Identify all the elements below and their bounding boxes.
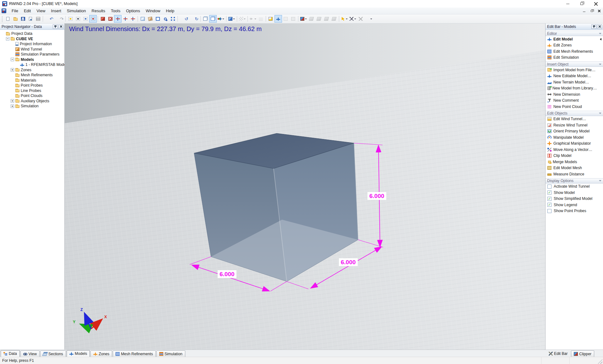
view-cube-button[interactable]	[202, 15, 209, 23]
viewport-3d[interactable]: Wind Tunnel Dimensions: Dx = 227.37 m, D…	[65, 24, 545, 350]
tree-expander[interactable]	[1, 32, 5, 35]
editbar-item[interactable]: Merge Models	[546, 159, 603, 165]
tree-expander[interactable]	[11, 53, 14, 56]
snap-lines-button[interactable]	[74, 15, 82, 23]
rotate-model-y-button[interactable]	[122, 15, 129, 23]
rotate-view-ccw-button[interactable]: ↺	[179, 15, 189, 23]
save-button[interactable]	[19, 15, 27, 23]
editbar-item[interactable]: Clip Model	[546, 153, 603, 159]
pin-panel-button[interactable]	[591, 24, 596, 29]
cut-section-button[interactable]	[357, 15, 365, 23]
rotate-model-z-button[interactable]	[129, 15, 137, 23]
menu-item[interactable]: Simulation	[64, 8, 89, 14]
pin-panel-button[interactable]	[53, 24, 58, 29]
tab-mesh-refinements[interactable]: Mesh Refinements	[113, 351, 156, 357]
tab-data[interactable]: Data	[1, 350, 20, 357]
tree-item[interactable]: − CUBE VE	[1, 36, 64, 42]
redo-button[interactable]: ↷	[54, 15, 65, 23]
display-option[interactable]: Show Simplified Model	[546, 196, 603, 202]
tree-expander[interactable]: −	[6, 37, 9, 40]
snap-ortho-button[interactable]	[89, 15, 97, 23]
menu-item[interactable]: Edit	[21, 8, 34, 14]
previous-view-button[interactable]	[154, 15, 161, 23]
editbar-item[interactable]: New Comment	[546, 98, 603, 104]
clip-plane-z-button[interactable]	[323, 15, 330, 23]
tree-item[interactable]: + Simulation	[1, 104, 64, 109]
tab-simulation[interactable]: Simulation	[156, 351, 185, 357]
toolbar-overflow-button[interactable]	[365, 15, 373, 23]
menu-item[interactable]: File	[9, 8, 21, 14]
tab-sections[interactable]: Sections	[40, 351, 66, 357]
tree-expander[interactable]	[11, 42, 14, 46]
menu-item[interactable]: View	[34, 8, 48, 14]
snap-points-button[interactable]	[67, 15, 74, 23]
close-panel-button[interactable]	[58, 24, 63, 29]
editbar-item[interactable]: Measure Distance	[546, 171, 603, 177]
editbar-item[interactable]: Move Along a Vector…	[546, 147, 603, 153]
cube-model[interactable]	[194, 133, 358, 281]
tree-item[interactable]: Project Data	[1, 31, 64, 36]
mdi-close-button[interactable]	[595, 8, 603, 14]
tree-item[interactable]: Point Probes	[1, 83, 64, 88]
edit-pointer-button[interactable]	[340, 15, 349, 23]
checkbox[interactable]	[547, 209, 551, 213]
section-display-options[interactable]: Display Options	[546, 178, 603, 184]
show-model-button[interactable]	[274, 15, 282, 23]
select-model-button[interactable]	[99, 15, 106, 23]
tree-item[interactable]: + Auxiliary Objects	[1, 99, 64, 104]
tree-expander[interactable]: +	[11, 99, 14, 103]
checkbox[interactable]	[547, 197, 551, 201]
close-button[interactable]	[589, 0, 603, 8]
display-option[interactable]: Show Model	[546, 190, 603, 196]
show-mesh-button[interactable]	[290, 15, 297, 23]
streamlines-button[interactable]	[257, 15, 265, 23]
tree-item[interactable]: Mesh Refinements	[1, 72, 64, 78]
menu-item[interactable]: Results	[89, 8, 108, 14]
tree-expander[interactable]: +	[11, 104, 14, 108]
open-file-button[interactable]	[12, 15, 19, 23]
editbar-item[interactable]: New Editable Model…	[546, 73, 603, 79]
display-option[interactable]: Activate Wind Tunnel	[546, 184, 603, 190]
menu-item[interactable]: Options	[123, 8, 143, 14]
editbar-item[interactable]: Edit Zones	[546, 42, 603, 49]
display-option[interactable]: Show Point Probes	[546, 208, 603, 214]
restore-button[interactable]	[575, 0, 589, 8]
cut-button[interactable]	[349, 15, 357, 23]
solid-view-button[interactable]	[227, 15, 236, 23]
editbar-item[interactable]: Edit Simulation	[546, 55, 603, 61]
menu-item[interactable]: Help	[163, 8, 177, 14]
section-editor[interactable]: Editor	[546, 31, 603, 36]
mdi-restore-button[interactable]	[588, 8, 595, 14]
tree-expander[interactable]: +	[11, 68, 14, 72]
undo-button[interactable]: ↶	[44, 15, 54, 23]
tree-expander[interactable]	[11, 84, 14, 87]
display-mode-button[interactable]	[217, 15, 225, 23]
tab-zones[interactable]: Zones	[90, 351, 112, 357]
minimize-button[interactable]	[561, 0, 575, 8]
tree-item[interactable]: Simulation Parameters	[1, 52, 64, 57]
section-insert-object[interactable]: Insert Object	[546, 62, 603, 67]
zoom-window-button[interactable]	[161, 15, 169, 23]
display-option[interactable]: Show Legend	[546, 202, 603, 208]
mdi-minimize-button[interactable]	[580, 8, 588, 14]
menu-item[interactable]: Window	[143, 8, 163, 14]
delete-model-button[interactable]	[106, 15, 114, 23]
close-panel-button[interactable]	[597, 24, 602, 29]
tree-item[interactable]: + Zones	[1, 67, 64, 73]
tree-expander[interactable]	[11, 73, 14, 77]
clip-plane-x-button[interactable]	[308, 15, 315, 23]
editbar-item[interactable]: Edit Mesh Refinements	[546, 48, 603, 55]
tree-expander[interactable]	[11, 47, 14, 51]
project-info-button[interactable]	[27, 15, 34, 23]
editbar-item[interactable]: New Point Cloud	[546, 104, 603, 110]
tree-expander[interactable]	[11, 78, 14, 82]
resize-grip[interactable]	[598, 359, 602, 364]
tree-item[interactable]: Project Information	[1, 41, 64, 47]
snap-grid-button[interactable]	[82, 15, 89, 23]
editbar-item[interactable]: New Model from Library…	[546, 85, 603, 92]
editbar-item[interactable]: Edit Model Mesh	[546, 165, 603, 171]
tree-expander[interactable]	[11, 89, 14, 92]
zoom-fit-button[interactable]	[169, 15, 177, 23]
tree-item[interactable]: Wind Tunnel	[1, 47, 64, 52]
flow-arrows-button[interactable]	[249, 15, 257, 23]
